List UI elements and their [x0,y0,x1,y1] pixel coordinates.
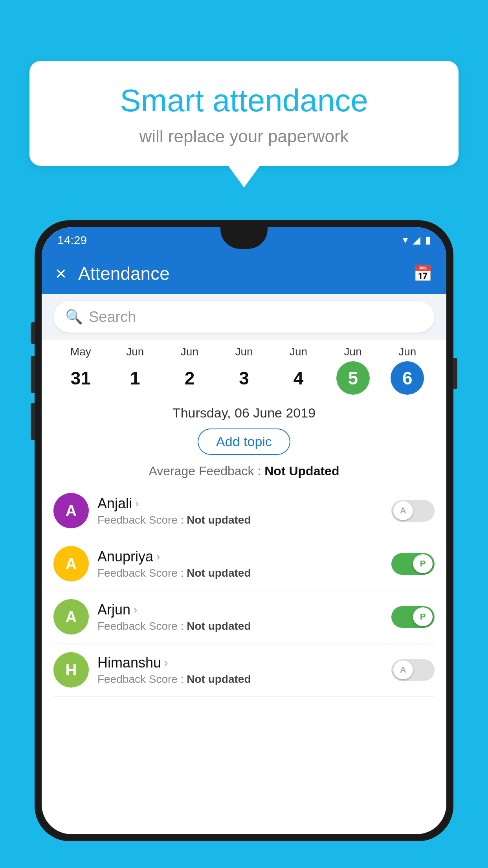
chevron-icon: › [156,550,160,563]
selected-date: Thursday, 06 June 2019 [42,397,446,425]
cal-month-label: May [70,346,91,358]
student-item[interactable]: AArjun ›Feedback Score : Not updatedP [53,590,435,644]
student-avatar: H [53,652,89,688]
speech-bubble-container: Smart attendance will replace your paper… [29,61,459,188]
feedback-score: Feedback Score : Not updated [97,567,391,579]
chevron-icon: › [134,603,137,616]
cal-month-label: Jun [181,346,198,358]
student-avatar: A [53,599,89,634]
search-bar[interactable]: 🔍 Search [53,301,435,333]
cal-month-label: Jun [235,346,253,358]
add-topic-button[interactable]: Add topic [198,428,290,455]
feedback-score: Feedback Score : Not updated [97,673,391,686]
attendance-toggle[interactable]: P [391,553,435,575]
toggle-knob: A [393,660,413,679]
toggle-container[interactable]: A [391,500,435,522]
calendar-icon[interactable]: 📅 [413,264,433,283]
battery-icon: ▮ [425,234,431,246]
cal-month-label: Jun [126,346,144,358]
student-item[interactable]: AAnjali ›Feedback Score : Not updatedA [53,484,435,537]
feedback-score: Feedback Score : Not updated [97,514,391,526]
cal-day-number[interactable]: 31 [64,361,97,395]
wifi-icon: ▾ [403,234,408,246]
signal-icon: ◢ [413,234,420,246]
search-icon: 🔍 [65,309,83,325]
student-name: Himanshu › [97,655,391,671]
student-list: AAnjali ›Feedback Score : Not updatedAAA… [42,484,446,697]
phone-left-button-3 [31,403,35,440]
student-info: Anjali ›Feedback Score : Not updated [97,495,391,526]
phone-left-button-1 [31,322,35,344]
calendar-day-col[interactable]: Jun4 [271,346,326,395]
phone-outer: 14:29 ▾ ◢ ▮ × Attendance 📅 🔍 Search [35,220,453,841]
chevron-icon: › [164,657,168,669]
calendar-day-col[interactable]: Jun3 [217,346,272,395]
speech-bubble: Smart attendance will replace your paper… [29,61,459,166]
speech-bubble-tail [228,166,260,188]
chevron-icon: › [135,497,139,510]
student-name: Anupriya › [97,548,391,565]
student-avatar: A [53,493,89,528]
search-placeholder: Search [89,309,136,326]
close-button[interactable]: × [55,263,66,284]
phone-right-button [453,358,457,389]
cal-day-number[interactable]: 6 [391,361,424,395]
student-info: Himanshu ›Feedback Score : Not updated [97,655,391,686]
student-item[interactable]: HHimanshu ›Feedback Score : Not updatedA [53,644,435,697]
cal-month-label: Jun [344,346,362,358]
toggle-container[interactable]: P [391,553,435,575]
search-container: 🔍 Search [42,294,446,340]
cal-month-label: Jun [398,346,416,358]
calendar-row: May31Jun1Jun2Jun3Jun4Jun5Jun6 [42,340,446,397]
student-name: Anjali › [97,495,391,512]
calendar-day-col[interactable]: May31 [53,346,108,395]
cal-day-number[interactable]: 4 [282,361,315,395]
calendar-day-col[interactable]: Jun2 [162,346,217,395]
cal-day-number[interactable]: 2 [173,361,206,395]
student-name: Arjun › [97,601,391,618]
status-icons: ▾ ◢ ▮ [403,234,431,246]
toggle-knob: A [393,501,413,520]
phone-left-button-2 [31,356,35,393]
cal-day-number[interactable]: 3 [227,361,261,395]
phone-screen: 14:29 ▾ ◢ ▮ × Attendance 📅 🔍 Search [42,227,446,834]
student-info: Arjun ›Feedback Score : Not updated [97,601,391,633]
attendance-toggle[interactable]: A [391,500,435,522]
toggle-knob: P [413,554,433,573]
calendar-day-col[interactable]: Jun6 [380,346,435,395]
attendance-toggle[interactable]: A [391,659,435,681]
avg-feedback-label: Average Feedback : [149,464,265,478]
student-avatar: A [53,546,89,581]
cal-day-number[interactable]: 5 [336,361,370,395]
speech-bubble-title: Smart attendance [53,83,435,119]
calendar-day-col[interactable]: Jun1 [108,346,163,395]
student-item[interactable]: AAnupriya ›Feedback Score : Not updatedP [53,537,435,590]
toggle-container[interactable]: A [391,659,435,681]
student-info: Anupriya ›Feedback Score : Not updated [97,548,391,579]
calendar-day-col[interactable]: Jun5 [326,346,380,395]
speech-bubble-subtitle: will replace your paperwork [53,127,435,146]
toggle-container[interactable]: P [391,606,435,628]
status-time: 14:29 [57,234,87,247]
cal-month-label: Jun [290,346,307,358]
attendance-toggle[interactable]: P [391,606,435,628]
cal-day-number[interactable]: 1 [118,361,152,395]
phone-container: 14:29 ▾ ◢ ▮ × Attendance 📅 🔍 Search [35,220,453,868]
feedback-score: Feedback Score : Not updated [97,620,391,633]
app-bar: × Attendance 📅 [42,253,446,294]
add-topic-container: Add topic [42,425,446,462]
toggle-knob: P [413,607,433,626]
app-bar-title: Attendance [78,263,413,284]
avg-feedback-value: Not Updated [264,464,339,478]
average-feedback: Average Feedback : Not Updated [42,462,446,484]
